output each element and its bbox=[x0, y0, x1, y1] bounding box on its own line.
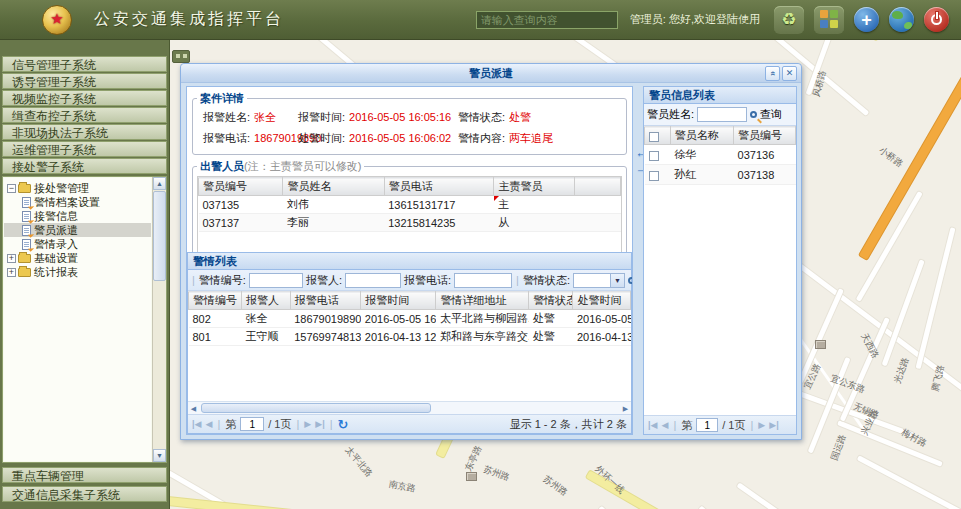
scrollbar-thumb[interactable] bbox=[201, 403, 431, 413]
recycle-icon: ♻ bbox=[781, 11, 796, 28]
collapse-button[interactable]: « bbox=[765, 66, 780, 81]
checkbox-icon[interactable] bbox=[649, 151, 659, 161]
logout-power-button[interactable] bbox=[924, 7, 949, 32]
chevron-down-icon: ▼ bbox=[610, 274, 624, 287]
first-page-icon[interactable]: |◀ bbox=[648, 420, 657, 430]
field-label: 报警电话: bbox=[203, 132, 250, 144]
scrollbar-thumb[interactable] bbox=[153, 191, 166, 281]
col-header[interactable]: 警员电话 bbox=[384, 178, 494, 196]
prev-page-icon[interactable]: ◀ bbox=[205, 419, 212, 429]
officer-table: 警员名称 警员编号 徐华 037136 孙红 037138 bbox=[644, 126, 796, 185]
col-header[interactable]: 报警时间 bbox=[361, 292, 436, 310]
tree-node-alarm-info[interactable]: 接警信息 bbox=[4, 209, 151, 223]
welcome-text: 管理员: 您好,欢迎登陆使用 bbox=[630, 12, 760, 27]
tree-node-officer-dispatch[interactable]: 警员派遣 bbox=[4, 223, 151, 237]
col-header[interactable]: 主责警员 bbox=[494, 178, 574, 196]
tree-scrollbar[interactable]: ▲ ▼ bbox=[152, 177, 166, 462]
table-row[interactable]: 037137 李丽 13215814235 从 bbox=[199, 214, 621, 232]
tree-node-archive[interactable]: 警情档案设置 bbox=[4, 195, 151, 209]
tree-node-basic-settings[interactable]: + 基础设置 bbox=[4, 251, 151, 265]
table-row[interactable]: 801 王守顺 15769974813 2016-04-13 12:... 郑和… bbox=[189, 328, 631, 346]
sidebar-item-patrol[interactable]: 缉查布控子系统 bbox=[2, 107, 167, 123]
road-label: 小桥路 bbox=[876, 144, 905, 171]
globe-icon[interactable] bbox=[889, 7, 914, 32]
checkbox-icon[interactable] bbox=[649, 132, 659, 142]
horizontal-scrollbar[interactable]: ◀ ▶ bbox=[188, 401, 631, 414]
col-header[interactable]: 报警电话 bbox=[290, 292, 361, 310]
prev-page-icon[interactable]: ◀ bbox=[661, 420, 668, 430]
officer-name-label: 警员姓名: bbox=[647, 107, 694, 122]
collapse-minus-icon[interactable]: − bbox=[7, 184, 16, 193]
col-header[interactable] bbox=[574, 178, 620, 196]
page-number-input[interactable] bbox=[696, 418, 718, 432]
power-icon bbox=[931, 14, 942, 25]
select-all-header[interactable] bbox=[645, 127, 671, 145]
col-header-sorted[interactable]: 警情编号 ▼ bbox=[189, 292, 242, 310]
scroll-left-icon[interactable]: ◀ bbox=[188, 403, 199, 414]
last-page-icon[interactable]: ▶| bbox=[769, 420, 778, 430]
first-page-icon[interactable]: |◀ bbox=[192, 419, 201, 429]
col-header[interactable]: 警情详细地址 bbox=[436, 292, 529, 310]
col-header[interactable]: 警情状态 bbox=[529, 292, 573, 310]
field-value: 处警 bbox=[509, 111, 531, 123]
col-header[interactable]: 警员名称 bbox=[670, 127, 733, 145]
status-select[interactable]: ▼ bbox=[573, 273, 625, 288]
tree-node-alarm-entry[interactable]: 警情录入 bbox=[4, 237, 151, 251]
table-row[interactable]: 037135 刘伟 13615131717 主 bbox=[199, 196, 621, 214]
close-icon: ✕ bbox=[786, 68, 794, 78]
road-label: 东亭路 bbox=[462, 444, 485, 474]
close-button[interactable]: ✕ bbox=[782, 66, 797, 81]
sidebar-item-guidance[interactable]: 诱导管理子系统 bbox=[2, 73, 167, 89]
sidebar-item-signal[interactable]: 信号管理子系统 bbox=[2, 56, 167, 72]
last-page-icon[interactable]: ▶| bbox=[315, 419, 324, 429]
sidebar-item-video[interactable]: 视频监控子系统 bbox=[2, 90, 167, 106]
col-header[interactable]: 警员编号 bbox=[734, 127, 796, 145]
expand-plus-icon[interactable]: + bbox=[7, 254, 16, 263]
road-label: 南京路 bbox=[388, 478, 417, 495]
sidebar-item-traffic-info[interactable]: 交通信息采集子系统 bbox=[2, 486, 167, 502]
primary-officer-cell[interactable]: 主 bbox=[494, 196, 574, 214]
folder-icon bbox=[18, 254, 31, 263]
map-road bbox=[170, 497, 651, 509]
table-row[interactable]: 徐华 037136 bbox=[645, 145, 796, 165]
col-header[interactable]: 报警人 bbox=[242, 292, 291, 310]
global-search-input[interactable] bbox=[476, 11, 618, 29]
scroll-down-icon[interactable]: ▼ bbox=[153, 449, 166, 462]
col-header[interactable]: 警员姓名 bbox=[283, 178, 384, 196]
scroll-right-icon[interactable]: ▶ bbox=[620, 403, 631, 414]
officer-name-input[interactable] bbox=[697, 107, 747, 122]
road-label: 苏州路 bbox=[482, 463, 512, 484]
refresh-icon[interactable]: ↻ bbox=[338, 418, 349, 431]
checkbox-icon[interactable] bbox=[649, 171, 659, 181]
refresh-recycle-button[interactable]: ♻ bbox=[774, 6, 804, 34]
tree-node-statistics[interactable]: + 统计报表 bbox=[4, 265, 151, 279]
scroll-up-icon[interactable]: ▲ bbox=[153, 177, 166, 190]
sidebar-item-offsite[interactable]: 非现场执法子系统 bbox=[2, 124, 167, 140]
sidebar-item-key-vehicles[interactable]: 重点车辆管理 bbox=[2, 467, 167, 483]
app-grid-button[interactable] bbox=[814, 6, 844, 34]
next-page-icon[interactable]: ▶ bbox=[304, 419, 311, 429]
map-road bbox=[698, 506, 824, 509]
alarm-id-input[interactable] bbox=[249, 273, 303, 288]
add-button[interactable]: + bbox=[854, 7, 879, 32]
collapse-icon: « bbox=[766, 71, 779, 76]
field-value: 两车追尾 bbox=[509, 132, 553, 144]
table-row[interactable]: 孙红 037138 bbox=[645, 165, 796, 185]
officer-search-button[interactable]: 查询 bbox=[760, 107, 782, 122]
caller-input[interactable] bbox=[345, 273, 401, 288]
primary-officer-cell[interactable]: 从 bbox=[494, 214, 574, 232]
phone-input[interactable] bbox=[454, 273, 512, 288]
tree-node-root[interactable]: − 接处警管理 bbox=[4, 181, 151, 195]
filter-label: 报警人: bbox=[306, 273, 342, 288]
sidebar-item-ops[interactable]: 运维管理子系统 bbox=[2, 141, 167, 157]
col-header[interactable]: 警员编号 bbox=[199, 178, 283, 196]
col-header[interactable]: 处警时间 bbox=[573, 292, 631, 310]
page-number-input[interactable] bbox=[240, 417, 264, 431]
table-row[interactable]: 802 张全 18679019890 2016-05-05 16:... 太平北… bbox=[189, 310, 631, 328]
expand-plus-icon[interactable]: + bbox=[7, 268, 16, 277]
sidebar-item-dispatch[interactable]: 接处警子系统 bbox=[2, 158, 167, 174]
map-toolbar-toggle-icon[interactable] bbox=[172, 50, 190, 63]
next-page-icon[interactable]: ▶ bbox=[758, 420, 765, 430]
window-titlebar[interactable]: 警员派遣 « ✕ bbox=[181, 64, 801, 83]
grid-icon bbox=[820, 10, 839, 29]
